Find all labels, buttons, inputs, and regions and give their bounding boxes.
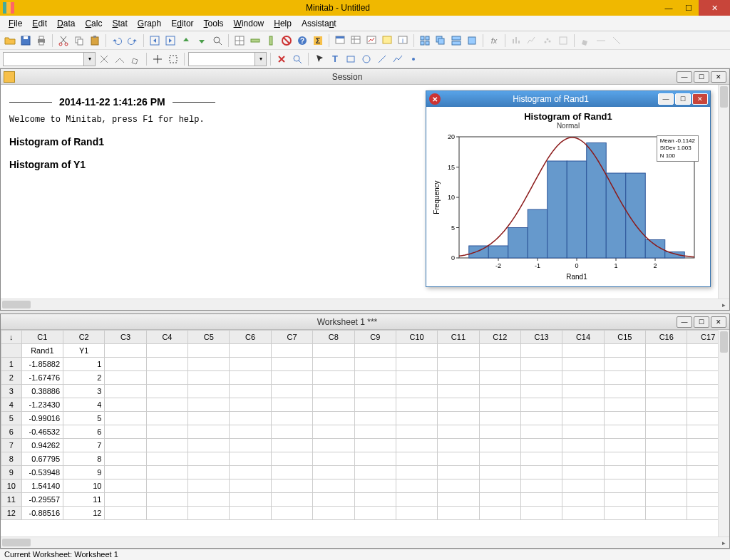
cell[interactable] [188,425,230,439]
cell[interactable] [188,385,230,398]
cell[interactable] [354,452,396,466]
stat-tool-2-icon[interactable] [525,33,539,48]
nav-back-icon[interactable] [148,33,162,48]
cell[interactable] [313,371,354,385]
cell[interactable] [646,385,687,398]
cell[interactable] [188,439,230,452]
cell[interactable] [230,439,271,452]
column-name-cell[interactable] [479,344,520,358]
cell[interactable] [354,371,396,385]
cell[interactable]: 5 [63,412,105,425]
worksheet-minimize-button[interactable]: — [677,316,692,328]
cell[interactable] [604,412,645,425]
cell[interactable] [271,439,312,452]
worksheet-window-icon[interactable] [349,33,363,48]
stat-tool-4-icon[interactable] [556,33,570,48]
worksheet-close-button[interactable]: ✕ [711,316,726,328]
column-header[interactable]: C7 [271,331,312,344]
cell[interactable] [271,452,312,466]
cell[interactable] [646,358,687,371]
column-name-cell[interactable] [438,344,479,358]
session-maximize-button[interactable]: ☐ [694,71,709,83]
cell[interactable] [520,439,562,452]
edit-mode-3-icon[interactable] [128,52,143,66]
menu-help[interactable]: Help [269,17,296,30]
cell[interactable]: 12 [63,507,105,520]
menu-stat[interactable]: Stat [108,17,131,30]
print-icon[interactable] [34,33,48,48]
cell[interactable] [105,385,146,398]
cell[interactable] [479,398,520,412]
cell[interactable]: 0.94262 [21,439,63,452]
cell[interactable] [146,466,187,479]
cell[interactable] [604,371,645,385]
marker-tool-icon[interactable] [406,52,421,66]
cell[interactable] [396,412,437,425]
nav-down-icon[interactable] [195,33,209,48]
cell[interactable] [146,439,187,452]
session-window-icon[interactable] [333,33,347,48]
worksheet-scrollbar-h[interactable]: ▸ [1,536,729,548]
insert-row-icon[interactable] [248,33,262,48]
cell[interactable] [354,412,396,425]
cell[interactable] [271,507,312,520]
cell[interactable] [479,412,520,425]
worksheet-scrollbar-v[interactable] [718,330,729,536]
cell[interactable] [146,507,187,520]
cell[interactable]: 1 [63,358,105,371]
rect-tool-icon[interactable] [344,52,358,66]
cell[interactable] [520,358,562,371]
cell[interactable] [354,385,396,398]
menu-tools[interactable]: Tools [200,17,228,30]
column-name-cell[interactable] [105,344,146,358]
cell[interactable] [230,398,271,412]
cell[interactable] [313,412,354,425]
cell[interactable]: -0.53948 [21,466,63,479]
cell[interactable] [354,466,396,479]
cell[interactable] [604,425,645,439]
row-header[interactable]: 1 [1,358,22,371]
row-header[interactable]: 6 [1,425,22,439]
nav-up-icon[interactable] [179,33,193,48]
cell[interactable] [562,452,604,466]
column-name-cell[interactable] [146,344,187,358]
cell[interactable] [188,479,230,493]
chart-close-button[interactable]: ✕ [692,93,708,105]
column-header[interactable]: C11 [438,331,479,344]
cell[interactable] [604,493,645,507]
cell[interactable]: 4 [63,398,105,412]
sigma-icon[interactable]: Σ [311,33,325,48]
cell[interactable]: 3 [63,385,105,398]
menu-file[interactable]: File [4,17,26,30]
cell[interactable] [438,507,479,520]
cell[interactable] [562,371,604,385]
tile-icon[interactable] [418,33,432,48]
maximize-button[interactable]: ☐ [679,0,699,16]
cell[interactable] [520,398,562,412]
cell[interactable] [313,358,354,371]
column-name-cell[interactable] [354,344,396,358]
cell[interactable] [230,466,271,479]
cell[interactable] [520,493,562,507]
cell[interactable]: 6 [63,425,105,439]
cell[interactable] [188,466,230,479]
column-name-cell[interactable] [604,344,645,358]
cell[interactable] [188,452,230,466]
column-header[interactable]: C2 [63,331,105,344]
column-name-cell[interactable]: Y1 [63,344,105,358]
cell[interactable] [438,493,479,507]
cell[interactable] [479,425,520,439]
cascade-icon[interactable] [433,33,448,48]
cell[interactable] [105,452,146,466]
cell[interactable] [479,493,520,507]
project-manager-icon[interactable] [380,33,394,48]
find-icon[interactable] [210,33,225,48]
cell[interactable] [396,466,437,479]
show-info-icon[interactable]: i [396,33,410,48]
cell[interactable]: -1.67476 [21,371,63,385]
cell[interactable] [313,439,354,452]
cell[interactable] [604,398,645,412]
cell[interactable] [520,385,562,398]
column-header[interactable]: C14 [562,331,604,344]
cell[interactable] [438,358,479,371]
